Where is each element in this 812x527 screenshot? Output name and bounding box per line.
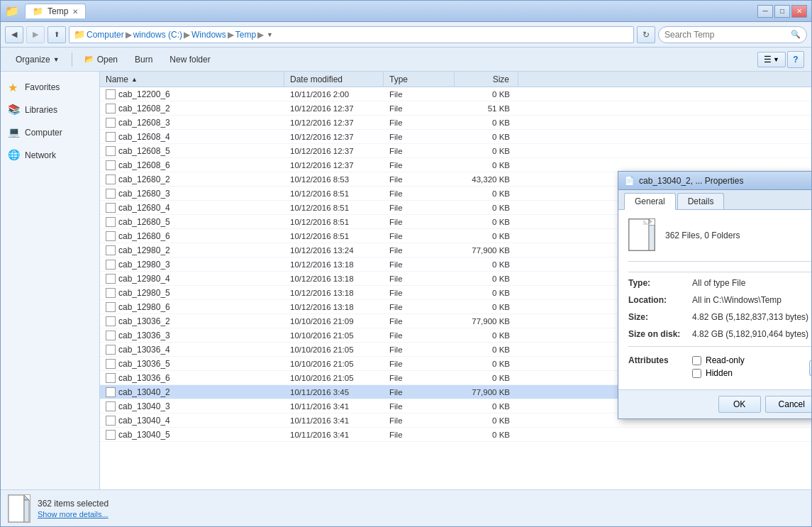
organize-label: Organize — [16, 55, 50, 65]
file-list-header: Name ▲ Date modified Type Size — [100, 72, 811, 87]
table-row[interactable]: cab_12608_3 10/12/2016 12:37 File 0 KB — [100, 116, 811, 130]
table-row[interactable]: cab_13040_5 10/11/2016 3:41 File 0 KB — [100, 428, 811, 442]
file-date-cell: 10/12/2016 13:24 — [284, 246, 384, 255]
sidebar-item-libraries[interactable]: 📚 Libraries — [1, 100, 99, 120]
file-icon — [106, 274, 116, 284]
file-date-cell: 10/12/2016 12:37 — [284, 161, 384, 170]
breadcrumb-temp[interactable]: Temp — [235, 30, 256, 40]
size-value: 4.82 GB (5,182,837,313 bytes) — [692, 312, 808, 322]
breadcrumb-sep-4: ▶ — [257, 30, 264, 40]
file-icon — [106, 132, 116, 142]
hidden-checkbox[interactable] — [692, 369, 701, 378]
file-icon — [106, 118, 116, 128]
file-name-cell: cab_12680_2 — [100, 174, 284, 184]
back-button[interactable]: ◀ — [5, 26, 23, 43]
sidebar-section-computer: 💻 Computer — [1, 123, 99, 143]
refresh-button[interactable]: ↻ — [637, 26, 655, 43]
file-name: cab_13040_4 — [118, 416, 170, 426]
file-name-cell: cab_12980_3 — [100, 260, 284, 270]
advanced-button[interactable]: Advanced... — [809, 360, 811, 376]
minimize-button[interactable]: ─ — [757, 5, 773, 18]
favorites-label: Favorites — [25, 82, 60, 92]
close-button[interactable]: ✕ — [791, 5, 807, 18]
new-folder-button[interactable]: New folder — [162, 51, 218, 68]
column-header-type[interactable]: Type — [384, 72, 455, 87]
computer-label: Computer — [25, 128, 62, 138]
file-name: cab_12980_5 — [118, 288, 170, 298]
file-icon — [106, 345, 116, 355]
file-name: cab_13036_4 — [118, 345, 170, 355]
ok-button[interactable]: OK — [718, 396, 761, 413]
sidebar-item-network[interactable]: 🌐 Network — [1, 145, 99, 165]
attributes-section: Attributes Read-only — [628, 355, 811, 381]
prop-row-size-disk: Size on disk: 4.82 GB (5,182,910,464 byt… — [628, 329, 811, 339]
file-size-cell: 0 KB — [455, 331, 518, 340]
table-row[interactable]: cab_12608_4 10/12/2016 12:37 File 0 KB — [100, 130, 811, 144]
tab-close-button[interactable]: ✕ — [72, 8, 78, 16]
table-row[interactable]: cab_12608_2 10/12/2016 12:37 File 51 KB — [100, 101, 811, 116]
file-type-cell: File — [384, 204, 455, 212]
up-button[interactable]: ⬆ — [48, 26, 66, 43]
maximize-button[interactable]: □ — [774, 5, 790, 18]
file-date-cell: 10/11/2016 3:45 — [284, 388, 384, 396]
sidebar-item-favorites[interactable]: ★ Favorites — [1, 77, 99, 97]
prop-row-type: Type: All of type File — [628, 278, 811, 288]
file-icon — [106, 416, 116, 426]
organize-arrow: ▼ — [53, 56, 60, 63]
readonly-checkbox[interactable] — [692, 356, 701, 365]
file-size-cell: 77,900 KB — [455, 317, 518, 326]
tab-general[interactable]: General — [624, 193, 676, 210]
search-input[interactable] — [664, 30, 788, 40]
file-icon — [106, 359, 116, 369]
file-date-cell: 10/12/2016 13:18 — [284, 303, 384, 311]
file-type-cell: File — [384, 289, 455, 297]
column-header-date[interactable]: Date modified — [284, 72, 384, 87]
breadcrumb-dropdown[interactable]: ▼ — [267, 31, 273, 38]
sidebar-item-computer[interactable]: 💻 Computer — [1, 123, 99, 143]
file-size-cell: 0 KB — [455, 204, 518, 212]
file-date-cell: 10/10/2016 21:09 — [284, 317, 384, 326]
svg-marker-2 — [649, 219, 655, 225]
tab-details[interactable]: Details — [677, 193, 725, 209]
cancel-button[interactable]: Cancel — [765, 396, 811, 413]
file-icon — [106, 217, 116, 227]
file-icon — [106, 174, 116, 184]
table-row[interactable]: cab_12200_6 10/11/2016 2:00 File 0 KB — [100, 87, 811, 101]
attributes-label: Attributes — [628, 355, 692, 365]
file-date-cell: 10/10/2016 21:05 — [284, 374, 384, 382]
file-name-cell: cab_13040_2 — [100, 387, 284, 397]
file-name: cab_12980_6 — [118, 302, 170, 312]
dialog-title-bar: 📄 cab_13040_2, ... Properties ✕ — [618, 172, 811, 190]
main-content: ★ Favorites 📚 Libraries 💻 Computer 🌐 — [1, 72, 811, 489]
favorites-icon: ★ — [8, 81, 21, 94]
breadcrumb-computer[interactable]: Computer — [87, 30, 124, 40]
burn-button[interactable]: Burn — [127, 51, 160, 68]
file-name-cell: cab_13040_3 — [100, 401, 284, 411]
file-size-cell: 0 KB — [455, 133, 518, 141]
column-header-name[interactable]: Name ▲ — [100, 72, 284, 87]
table-row[interactable]: cab_12608_5 10/12/2016 12:37 File 0 KB — [100, 144, 811, 158]
forward-button[interactable]: ▶ — [26, 26, 45, 43]
breadcrumb-windows[interactable]: Windows — [191, 30, 226, 40]
column-header-size[interactable]: Size — [455, 72, 518, 87]
show-more-link[interactable]: Show more details... — [38, 510, 109, 518]
view-toggle-button[interactable]: ☰ ▼ — [757, 52, 786, 67]
breadcrumb-sep-3: ▶ — [228, 30, 234, 40]
table-row[interactable]: cab_12608_6 10/12/2016 12:37 File 0 KB — [100, 158, 811, 172]
network-icon: 🌐 — [8, 149, 21, 162]
file-name: cab_13040_2 — [118, 387, 170, 397]
file-name: cab_13040_3 — [118, 401, 170, 411]
open-button[interactable]: 📂 Open — [77, 51, 126, 68]
help-button[interactable]: ? — [787, 51, 804, 68]
readonly-row: Read-only — [692, 355, 745, 365]
sidebar-section-network: 🌐 Network — [1, 145, 99, 165]
organize-button[interactable]: Organize ▼ — [8, 51, 67, 68]
file-size-cell: 0 KB — [455, 189, 518, 198]
file-icon-large — [628, 218, 655, 251]
file-icon — [106, 160, 116, 170]
file-name: cab_12680_2 — [118, 174, 170, 184]
breadcrumb-drive[interactable]: windows (C:) — [133, 30, 182, 40]
file-name-cell: cab_12980_4 — [100, 274, 284, 284]
file-size-cell: 0 KB — [455, 289, 518, 297]
file-name-cell: cab_13036_5 — [100, 359, 284, 369]
